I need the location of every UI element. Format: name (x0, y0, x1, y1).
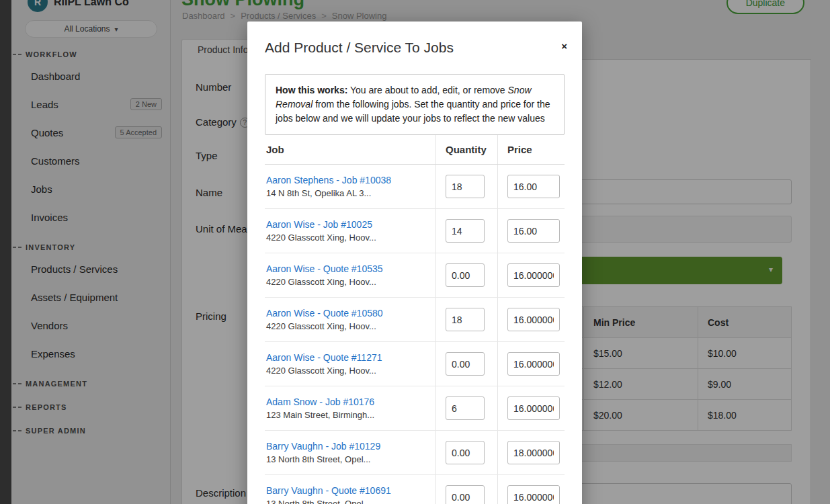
job-row: Aaron Stephens - Job #10038 14 N 8th St,… (265, 165, 565, 209)
job-address: 13 North 8th Street, Opel... (266, 454, 430, 464)
job-row: Barry Vaughn - Job #10129 13 North 8th S… (265, 431, 565, 475)
job-row: Aaron Wise - Quote #10535 4220 Glasscott… (265, 253, 565, 298)
job-address: 4220 Glasscott Xing, Hoov... (266, 366, 430, 376)
job-address: 14 N 8th St, Opelika AL 3... (266, 188, 430, 198)
job-column-header: Job (265, 135, 435, 164)
quantity-input[interactable] (446, 485, 485, 504)
price-input[interactable] (507, 219, 560, 243)
job-address: 4220 Glasscott Xing, Hoov... (266, 277, 430, 287)
job-link[interactable]: Adam Snow - Job #10176 (266, 396, 430, 407)
job-row: Aaron Wise - Quote #10580 4220 Glasscott… (265, 298, 565, 342)
job-row: Aaron Wise - Job #10025 4220 Glasscott X… (265, 209, 565, 253)
modal-title: Add Product / Service To Jobs (265, 39, 565, 56)
job-link[interactable]: Aaron Wise - Quote #10535 (266, 263, 430, 274)
quantity-input[interactable] (446, 308, 485, 331)
add-product-service-modal: Add Product / Service To Jobs × How this… (247, 22, 582, 504)
price-input[interactable] (507, 263, 560, 287)
how-this-works-note: How this works: You are about to add, ed… (265, 74, 565, 135)
price-input[interactable] (507, 441, 560, 464)
job-address: 4220 Glasscott Xing, Hoov... (266, 321, 430, 331)
quantity-input[interactable] (446, 396, 485, 420)
job-link[interactable]: Barry Vaughn - Job #10129 (266, 441, 430, 452)
job-link[interactable]: Barry Vaughn - Quote #10691 (266, 485, 430, 496)
price-input[interactable] (507, 396, 560, 420)
quantity-input[interactable] (446, 263, 485, 287)
price-input[interactable] (507, 485, 560, 504)
job-link[interactable]: Aaron Wise - Job #10025 (266, 219, 430, 230)
close-icon[interactable]: × (561, 40, 567, 52)
job-address: 4220 Glasscott Xing, Hoov... (266, 233, 430, 243)
job-address: 13 North 8th Street, Opel... (266, 499, 430, 504)
price-input[interactable] (507, 308, 560, 331)
price-input[interactable] (507, 352, 560, 376)
note-part1: You are about to add, edit, or remove (347, 85, 507, 95)
jobs-table: Job Quantity Price Aaron Stephens - Job … (265, 135, 565, 504)
note-lead: How this works: (276, 85, 347, 95)
price-column-header: Price (497, 135, 565, 164)
quantity-column-header: Quantity (435, 135, 497, 164)
quantity-input[interactable] (446, 441, 485, 464)
quantity-input[interactable] (446, 352, 485, 376)
job-row: Barry Vaughn - Quote #10691 13 North 8th… (265, 475, 565, 504)
job-link[interactable]: Aaron Stephens - Job #10038 (266, 175, 430, 185)
quantity-input[interactable] (446, 219, 485, 243)
job-address: 123 Main Street, Birmingh... (266, 410, 430, 420)
price-input[interactable] (507, 175, 560, 198)
job-link[interactable]: Aaron Wise - Quote #11271 (266, 352, 430, 363)
job-row: Aaron Wise - Quote #11271 4220 Glasscott… (265, 342, 565, 386)
job-row: Adam Snow - Job #10176 123 Main Street, … (265, 386, 565, 431)
quantity-input[interactable] (446, 175, 485, 198)
job-link[interactable]: Aaron Wise - Quote #10580 (266, 308, 430, 319)
jobs-table-header: Job Quantity Price (265, 135, 565, 165)
note-part2: from the following jobs. Set the quantit… (276, 99, 550, 124)
